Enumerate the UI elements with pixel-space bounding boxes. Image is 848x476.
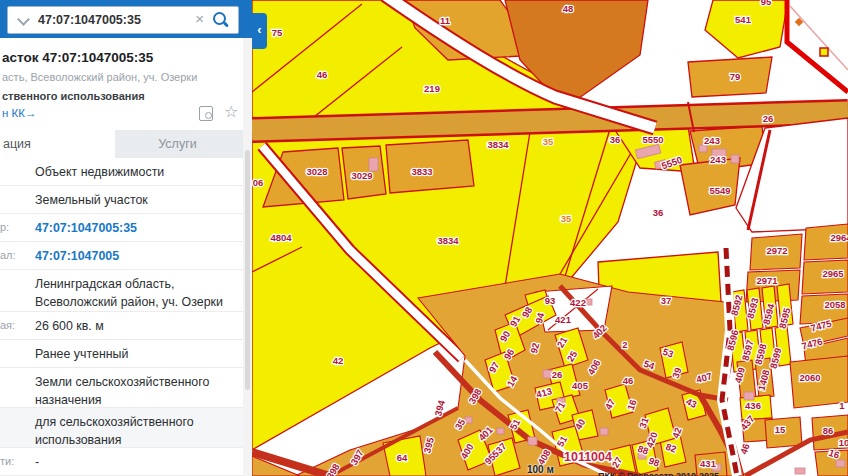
clear-icon[interactable]: × <box>195 10 204 27</box>
parcel-label[interactable]: 4804 <box>270 232 292 243</box>
parcel-label[interactable]: 405 <box>572 380 589 391</box>
search-icon[interactable] <box>213 12 226 25</box>
row-value: для сельскохозяйственного использования <box>35 414 237 450</box>
row-label-fragment: ал: <box>0 249 16 261</box>
parcel-label[interactable]: 5550 <box>642 134 663 145</box>
row-land-category: Земли сельскохозяйственного назначения <box>0 368 243 408</box>
parcel-label[interactable]: 3029 <box>351 170 372 181</box>
search-bar: × <box>0 0 252 38</box>
kk-link[interactable]: н КК→ <box>2 107 36 119</box>
parcel-label[interactable]: 79 <box>730 71 741 82</box>
row-value: Ленинградская область, Всеволожский райо… <box>35 276 237 312</box>
parcel-label[interactable]: 2060 <box>799 372 820 383</box>
row-label-fragment: ти: <box>0 455 14 467</box>
row-value: Земли сельскохозяйственного назначения <box>35 374 237 410</box>
search-input[interactable] <box>36 7 190 33</box>
parcel-label[interactable]: 11 <box>440 15 451 26</box>
parcel-label[interactable]: 48 <box>563 3 574 14</box>
row-value: Земельный участок <box>35 192 237 210</box>
parcel-label[interactable]: 35 <box>543 136 554 147</box>
attribute-rows: Объект недвижимости Земельный участок р:… <box>0 158 243 476</box>
favorite-star-icon[interactable]: ☆ <box>224 102 238 121</box>
parcel-label[interactable]: 26 <box>552 369 563 380</box>
parcel-label[interactable]: 75 <box>272 27 283 38</box>
row-value: 26 600 кв. м <box>35 318 237 336</box>
parcel-label[interactable]: 3028 <box>306 166 327 177</box>
parcel-label[interactable]: 46 <box>317 69 328 80</box>
parcel-label[interactable]: 431 <box>700 458 717 469</box>
parcel-label[interactable]: 422 <box>570 297 586 308</box>
parcel-label[interactable]: 35 <box>561 213 572 224</box>
object-title: асток 47:07:1047005:35 <box>2 50 153 65</box>
cadastral-number-link[interactable]: 47:07:1047005:35 <box>35 220 237 238</box>
row-label-fragment: ая: <box>0 319 15 331</box>
parcel-label[interactable]: 36 <box>653 207 664 218</box>
row-permitted-use: для сельскохозяйственного использования <box>0 408 243 448</box>
tab-bar: ация Услуги <box>0 130 243 158</box>
row-cadastral-number: р: 47:07:1047005:35 <box>0 214 243 242</box>
parcel-label[interactable]: 1011004 <box>564 450 612 464</box>
parcel-label[interactable]: 1 <box>839 400 845 411</box>
sidebar-collapse-button[interactable]: ‹ <box>252 13 267 49</box>
row-status: Ранее учтенный <box>0 340 243 368</box>
parcel-label[interactable]: 3834 <box>437 235 459 246</box>
parcel-label[interactable]: 42 <box>333 355 344 366</box>
parcel-label[interactable]: 2 <box>622 339 627 350</box>
row-value: Ранее учтенный <box>35 346 237 364</box>
parcel-label[interactable]: 2965 <box>822 268 844 279</box>
row-area: ая: 26 600 кв. м <box>0 312 243 340</box>
chevron-down-icon[interactable] <box>17 13 30 26</box>
scale-label: 100 м <box>527 464 554 475</box>
parcel-label[interactable]: 5549 <box>709 185 730 196</box>
row-value: Объект недвижимости <box>35 164 237 182</box>
object-address: асть, Всеволожский район, уч. Озерки <box>2 71 197 83</box>
parcel-label[interactable]: 3833 <box>411 166 432 177</box>
parcel-label[interactable]: 219 <box>424 83 440 94</box>
parcel-label[interactable]: 15 <box>775 424 786 435</box>
parcel-label[interactable]: 26 <box>763 113 774 124</box>
parcel-label[interactable]: 86 <box>823 425 834 436</box>
parcel-label[interactable]: 243 <box>704 135 720 146</box>
object-card: асток 47:07:1047005:35 асть, Всеволожски… <box>0 38 252 130</box>
parcel-label[interactable]: 2971 <box>756 275 778 286</box>
row-ownership: ти: - <box>0 448 243 476</box>
parcel-label[interactable]: 95 <box>761 0 772 7</box>
parcel-label[interactable]: 06 <box>253 177 264 188</box>
row-value: - <box>35 454 237 472</box>
map-attribution: ПКК © Росреестр 2010-2025 <box>598 471 848 476</box>
parcel-label[interactable]: 64 <box>397 452 408 463</box>
tab-information[interactable]: ация <box>0 130 115 158</box>
view-on-map-icon[interactable] <box>199 106 213 121</box>
row-address: Ленинградская область, Всеволожский райо… <box>0 270 243 312</box>
object-usage: ственного использования <box>2 90 145 102</box>
row-object-type: Объект недвижимости <box>0 158 243 186</box>
info-panel: × асток 47:07:1047005:35 асть, Всеволожс… <box>0 0 252 476</box>
scrollbar-thumb[interactable] <box>245 150 250 390</box>
pkk-app: { "sidebar": { "search": { "value": "47:… <box>0 0 848 476</box>
parcel-label[interactable]: 2058 <box>824 299 845 310</box>
parcel-label[interactable]: 541 <box>735 14 752 25</box>
cadastral-quarter-link[interactable]: 47:07:1047005 <box>35 248 237 266</box>
sidebar-scrollbar[interactable] <box>243 38 252 476</box>
search-box[interactable]: × <box>7 6 239 34</box>
row-cadastral-quarter: ал: 47:07:1047005 <box>0 242 243 270</box>
row-label-fragment: р: <box>0 221 9 233</box>
parcel-label[interactable]: 3834 <box>487 139 509 150</box>
parcel-label[interactable]: 37 <box>661 295 672 306</box>
parcel-label[interactable]: 36 <box>610 134 621 145</box>
parcel-label[interactable]: 243 <box>710 154 726 165</box>
parcel-label[interactable]: 436 <box>745 400 761 411</box>
row-parcel-type: Земельный участок <box>0 186 243 214</box>
parcel-label[interactable]: 2964 <box>830 232 848 243</box>
parcel-label[interactable]: 93 <box>545 295 556 306</box>
tab-services[interactable]: Услуги <box>112 130 243 158</box>
parcel-label[interactable]: 46 <box>623 375 634 386</box>
parcel-label[interactable]: 2972 <box>766 245 787 256</box>
parcel-label[interactable]: 10 <box>839 437 848 448</box>
parcel-label[interactable]: 421 <box>555 314 572 325</box>
